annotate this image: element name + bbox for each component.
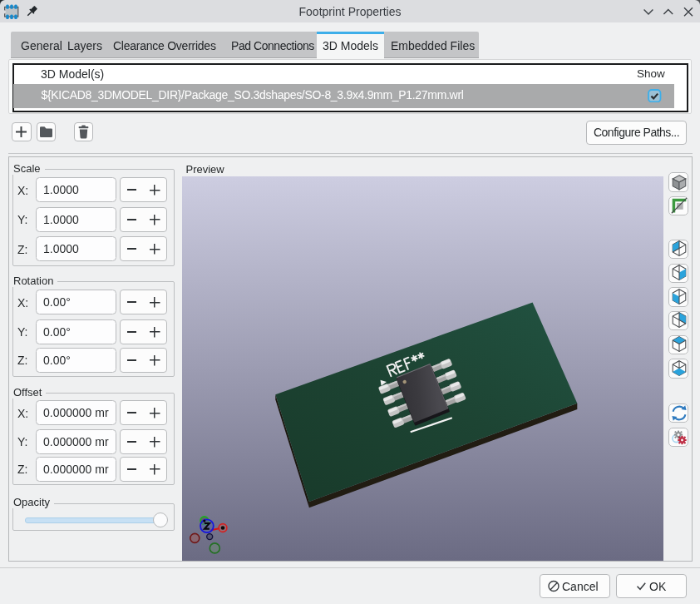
svg-text:OK: OK — [649, 579, 667, 592]
svg-text:Cancel: Cancel — [562, 579, 599, 592]
